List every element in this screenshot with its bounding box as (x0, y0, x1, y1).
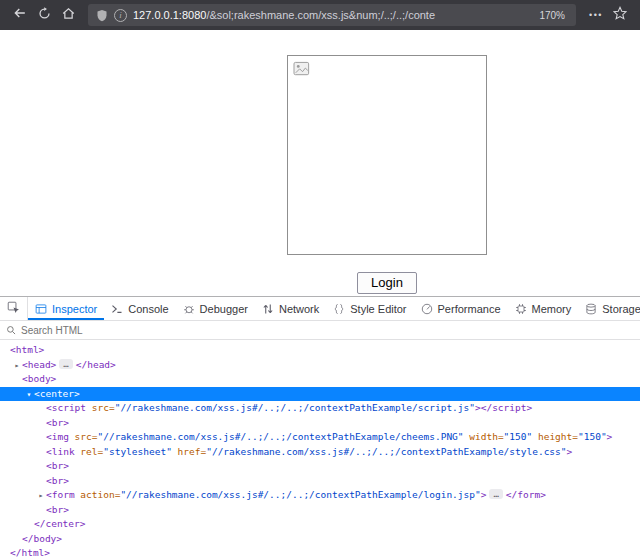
tab-label: Performance (438, 303, 501, 315)
devtools-panel: Inspector Console Debugger Network Style (0, 296, 640, 558)
reload-button[interactable] (32, 4, 56, 26)
url-bar[interactable]: i 127.0.0.1:8080/&sol;rakeshmane.com/xss… (88, 4, 576, 26)
back-button[interactable] (8, 4, 32, 26)
home-button[interactable] (56, 4, 80, 26)
markup-row[interactable]: ▸<form action="//rakeshmane.com/xss.js#/… (0, 488, 640, 503)
tab-label: Storage (602, 303, 640, 315)
markup-token: > (567, 446, 573, 457)
network-icon (262, 303, 274, 315)
bookmark-button[interactable] (608, 4, 632, 26)
tab-label: Console (128, 303, 168, 315)
markup-row[interactable]: </center> (0, 517, 640, 532)
markup-token: <html> (10, 344, 44, 355)
markup-token: > (481, 489, 487, 500)
markup-token: <form (46, 489, 80, 500)
markup-token: action= (80, 489, 120, 500)
markup-token: rel= (80, 446, 103, 457)
tab-label: Inspector (52, 303, 97, 315)
collapsed-content-pill[interactable]: … (59, 359, 72, 369)
back-icon (13, 6, 27, 24)
performance-icon (421, 303, 433, 315)
browser-toolbar: i 127.0.0.1:8080/&sol;rakeshmane.com/xss… (0, 0, 640, 30)
tab-network[interactable]: Network (255, 297, 326, 320)
page-viewport: Login (0, 30, 640, 296)
tab-label: Debugger (200, 303, 248, 315)
reload-icon (38, 6, 51, 24)
info-icon[interactable]: i (114, 9, 127, 22)
markup-token: href= (178, 446, 207, 457)
markup-row[interactable]: </body> (0, 532, 640, 547)
tab-label: Style Editor (350, 303, 406, 315)
markup-row[interactable]: <br> (0, 474, 640, 489)
markup-token: src= (75, 431, 98, 442)
markup-tree: <html>▸<head>…</head><body>▾<center><scr… (0, 340, 640, 558)
markup-row[interactable]: </html> (0, 546, 640, 558)
markup-token: <center> (34, 388, 80, 399)
tab-performance[interactable]: Performance (414, 297, 508, 320)
markup-row[interactable]: <script src="//rakeshmane.com/xss.js#/..… (0, 401, 640, 416)
tab-debugger[interactable]: Debugger (176, 297, 255, 320)
tab-memory[interactable]: Memory (508, 297, 579, 320)
markup-token: </head> (76, 359, 116, 370)
markup-token: ></script> (475, 402, 532, 413)
collapse-arrow-icon[interactable]: ▾ (24, 388, 34, 403)
login-button[interactable]: Login (357, 272, 417, 294)
markup-token: width= (469, 431, 503, 442)
devtools-search-bar (0, 321, 640, 340)
collapsed-content-pill[interactable]: … (489, 489, 502, 499)
markup-token: <script (46, 402, 92, 413)
markup-token: src= (92, 402, 115, 413)
markup-token: "150" (504, 431, 533, 442)
markup-row[interactable]: <br> (0, 459, 640, 474)
page-actions-button[interactable]: ••• (584, 4, 608, 26)
markup-token: "//rakeshmane.com/xss.js#/..;/..;/contex… (120, 489, 480, 500)
markup-row[interactable]: <br> (0, 503, 640, 518)
markup-token: <br> (46, 460, 69, 471)
markup-token: <br> (46, 475, 69, 486)
tab-inspector[interactable]: Inspector (28, 297, 104, 320)
url-host: 127.0.0.1:8080 (133, 9, 206, 21)
tab-storage[interactable]: Storage (578, 297, 640, 320)
markup-row[interactable]: <body> (0, 372, 640, 387)
tab-style-editor[interactable]: Style Editor (326, 297, 413, 320)
markup-token: <br> (46, 417, 69, 428)
debugger-icon (183, 303, 195, 315)
markup-token: "//rakeshmane.com/xss.js#/..;/..;/contex… (115, 402, 475, 413)
bookmark-star-icon (613, 6, 627, 24)
url-path: /&sol;rakeshmane.com/xss.js&num;/..;/..;… (206, 9, 435, 21)
markup-token: "stylesheet" (103, 446, 172, 457)
markup-token: <br> (46, 504, 69, 515)
search-html-input[interactable] (21, 325, 634, 336)
console-icon (111, 303, 123, 315)
page-center-block: Login (287, 55, 487, 294)
markup-row[interactable]: <link rel="stylesheet" href="//rakeshman… (0, 445, 640, 460)
tab-label: Network (279, 303, 319, 315)
markup-token: <link (46, 446, 80, 457)
markup-token: </body> (22, 533, 62, 544)
devtools-tabbar: Inspector Console Debugger Network Style (0, 297, 640, 321)
shield-icon[interactable] (96, 9, 108, 22)
markup-token: <body> (22, 373, 56, 384)
markup-row[interactable]: ▸<head>…</head> (0, 358, 640, 373)
storage-icon (585, 303, 597, 315)
search-icon (6, 325, 16, 335)
style-editor-icon (333, 303, 345, 315)
markup-row[interactable]: ▾<center> (0, 387, 640, 402)
home-icon (62, 6, 75, 24)
tab-console[interactable]: Console (104, 297, 175, 320)
memory-icon (515, 303, 527, 315)
menu-dots-icon: ••• (584, 10, 608, 20)
element-picker-button[interactable] (0, 297, 28, 320)
markup-token: height= (538, 431, 578, 442)
markup-token: </form> (506, 489, 546, 500)
markup-row[interactable]: <img src="//rakeshmane.com/xss.js#/..;/.… (0, 430, 640, 445)
markup-row[interactable]: <html> (0, 343, 640, 358)
expand-arrow-icon[interactable]: ▸ (12, 359, 22, 374)
markup-token: "150" (578, 431, 607, 442)
expand-arrow-icon[interactable]: ▸ (36, 489, 46, 504)
zoom-level-button[interactable]: 170% (536, 8, 568, 23)
markup-row[interactable]: <br> (0, 416, 640, 431)
markup-token: </html> (10, 547, 50, 558)
markup-token: </center> (34, 518, 85, 529)
element-picker-icon (7, 301, 20, 316)
